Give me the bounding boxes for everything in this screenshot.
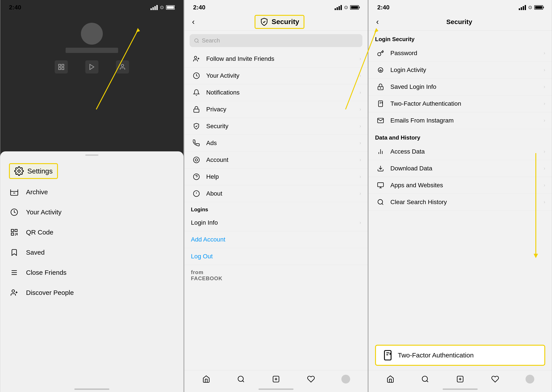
- two-factor-item[interactable]: Two-Factor Authentication ›: [368, 95, 552, 112]
- password-item[interactable]: Password ›: [368, 45, 552, 62]
- add-nav-phone3[interactable]: [454, 372, 467, 386]
- search-bar[interactable]: Search: [190, 34, 362, 47]
- close-friends-icon: [9, 267, 20, 278]
- chevron-emails: ›: [544, 118, 545, 123]
- your-activity-item[interactable]: Your Activity ›: [184, 67, 368, 84]
- status-icons-phone3: ⊙: [519, 5, 543, 10]
- svg-rect-1: [62, 64, 64, 66]
- apps-websites-item[interactable]: Apps and Websites ›: [368, 177, 552, 194]
- qr-code-label: QR Code: [26, 229, 53, 236]
- search-nav-phone3[interactable]: [419, 372, 432, 386]
- about-item[interactable]: About ›: [184, 185, 368, 202]
- security-label: Security: [206, 123, 359, 130]
- saved-menu-item[interactable]: Saved: [0, 242, 184, 263]
- profile-nav-phone2[interactable]: [339, 372, 352, 386]
- saved-login-label: Saved Login Info: [390, 83, 544, 90]
- two-factor-highlight-icon: [382, 350, 393, 361]
- ads-item[interactable]: Ads ›: [184, 135, 368, 152]
- svg-point-22: [195, 39, 198, 42]
- status-bar-phone3: 2:40 ⊙: [368, 0, 552, 13]
- add-account-item[interactable]: Add Account: [184, 231, 368, 248]
- home-nav-phone3[interactable]: [384, 372, 397, 386]
- activity-icon: [9, 207, 20, 217]
- back-button-phone3[interactable]: ‹: [375, 16, 382, 28]
- search-nav-phone2[interactable]: [235, 372, 248, 386]
- search-placeholder: Search: [202, 37, 220, 44]
- saved-login-icon: [375, 83, 386, 90]
- emails-icon: [375, 117, 386, 124]
- chevron-security: ›: [359, 123, 361, 129]
- chevron-download-data: ›: [544, 166, 545, 171]
- login-security-title: Login Security: [368, 31, 552, 45]
- two-factor-highlight-label: Two-Factor Authentication: [398, 351, 474, 359]
- svg-point-53: [378, 199, 382, 204]
- follow-invite-item[interactable]: Follow and Invite Friends ›: [184, 50, 368, 67]
- status-icons-phone2: ⊙: [335, 5, 359, 10]
- chevron-access-data: ›: [544, 149, 545, 154]
- account-label: Account: [206, 156, 359, 163]
- svg-line-58: [427, 380, 428, 382]
- log-out-item[interactable]: Log Out: [184, 248, 368, 265]
- settings-menu-item[interactable]: Settings: [0, 160, 184, 182]
- privacy-label: Privacy: [206, 106, 359, 113]
- your-activity-menu-item[interactable]: Your Activity: [0, 202, 184, 222]
- svg-point-43: [380, 88, 381, 88]
- emails-label: Emails From Instagram: [390, 117, 544, 124]
- saved-login-info-item[interactable]: Saved Login Info ›: [368, 78, 552, 95]
- heart-nav-phone2[interactable]: [304, 372, 317, 386]
- svg-rect-2: [59, 68, 61, 70]
- access-data-item[interactable]: Access Data ›: [368, 143, 552, 160]
- phone2-header: ‹ Security: [184, 13, 368, 31]
- discover-icon: [9, 287, 20, 298]
- chevron-clear-search: ›: [544, 199, 545, 205]
- grid-icon-btn[interactable]: [55, 60, 68, 73]
- download-data-item[interactable]: Download Data ›: [368, 160, 552, 177]
- help-icon: [191, 173, 202, 180]
- home-nav-phone2[interactable]: [200, 372, 213, 386]
- add-account-label: Add Account: [191, 236, 361, 243]
- close-friends-menu-item[interactable]: Close Friends: [0, 263, 184, 283]
- add-nav-phone2[interactable]: [269, 372, 283, 386]
- clear-search-item[interactable]: Clear Search History ›: [368, 194, 552, 211]
- archive-menu-item[interactable]: Archive: [0, 182, 184, 202]
- discover-people-menu-item[interactable]: Discover People: [0, 283, 184, 303]
- login-info-item[interactable]: Login Info ›: [184, 214, 368, 231]
- home-indicator-phone2: [258, 389, 294, 390]
- two-factor-label: Two-Factor Authentication: [390, 100, 544, 107]
- qr-code-menu-item[interactable]: QR Code: [0, 222, 184, 242]
- your-activity-icon: [191, 72, 202, 79]
- time-phone3: 2:40: [377, 4, 389, 11]
- video-icon-btn[interactable]: [85, 60, 98, 73]
- chevron-about: ›: [359, 191, 361, 196]
- chevron-two-factor: ›: [544, 101, 545, 106]
- help-item[interactable]: Help ›: [184, 168, 368, 185]
- emails-item[interactable]: Emails From Instagram ›: [368, 112, 552, 129]
- qr-icon: [9, 227, 20, 238]
- status-icons-phone1: ⊙: [151, 5, 175, 10]
- svg-rect-0: [59, 64, 61, 66]
- close-friends-label: Close Friends: [26, 269, 67, 276]
- archive-icon: [9, 187, 20, 197]
- svg-line-54: [382, 203, 383, 205]
- two-factor-highlight-box: Two-Factor Authentication: [375, 345, 545, 366]
- security-item[interactable]: Security ›: [184, 118, 368, 135]
- security-highlight-box: Security: [255, 15, 304, 29]
- privacy-item[interactable]: Privacy ›: [184, 101, 368, 118]
- heart-nav-phone3[interactable]: [489, 372, 502, 386]
- tag-icon-btn[interactable]: [116, 60, 129, 73]
- chevron-saved-login: ›: [544, 84, 545, 90]
- from-label: from: [191, 269, 361, 275]
- svg-point-29: [193, 157, 200, 163]
- profile-nav-phone3[interactable]: [523, 372, 537, 386]
- back-button-phone2[interactable]: ‹: [191, 16, 198, 28]
- svg-marker-4: [90, 64, 94, 70]
- svg-point-19: [12, 290, 15, 293]
- svg-point-5: [121, 64, 124, 67]
- login-activity-item[interactable]: Login Activity ›: [368, 62, 552, 78]
- data-history-title: Data and History: [368, 129, 552, 143]
- status-bar-phone1: 2:40 ⊙: [0, 0, 184, 13]
- follow-invite-icon: [191, 55, 202, 62]
- account-item[interactable]: Account ›: [184, 152, 368, 168]
- saved-icon: [9, 247, 20, 258]
- notifications-item[interactable]: Notifications ›: [184, 84, 368, 101]
